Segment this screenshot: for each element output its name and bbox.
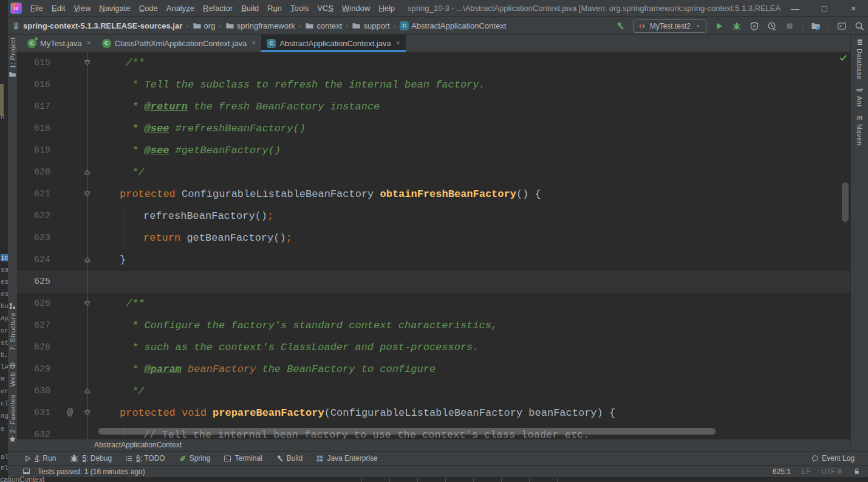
fold-marker-open[interactable]: [78, 52, 98, 74]
breadcrumb-item[interactable]: spring-context-5.1.3.RELEASE-sources.jar: [12, 21, 182, 30]
code-line[interactable]: 626/**: [17, 293, 850, 315]
code-text[interactable]: * @return the fresh BeanFactory instance: [98, 96, 850, 118]
editor-breadcrumb[interactable]: AbstractApplicationContext: [17, 439, 850, 451]
toolwindow-button-terminal[interactable]: Terminal: [224, 454, 262, 463]
maximize-button[interactable]: □: [810, 4, 839, 13]
code-editor[interactable]: 615/**616 * Tell the subclass to refresh…: [17, 52, 850, 451]
close-icon[interactable]: ×: [251, 39, 256, 47]
code-text[interactable]: */: [98, 380, 850, 402]
menu-view[interactable]: View: [69, 4, 95, 13]
menu-code[interactable]: Code: [135, 4, 162, 13]
toolwindow-button-spring[interactable]: Spring: [179, 454, 211, 463]
code-text[interactable]: return getBeanFactory();: [98, 227, 850, 249]
menu-file[interactable]: File: [26, 4, 47, 13]
read-only-lock-icon[interactable]: [853, 467, 861, 475]
code-text[interactable]: * @see #getBeanFactory(): [98, 140, 850, 162]
code-text[interactable]: * @param beanFactory the BeanFactory to …: [98, 359, 850, 380]
code-text[interactable]: * Configure the factory's standard conte…: [98, 315, 850, 337]
menu-run[interactable]: Run: [263, 4, 286, 13]
code-text[interactable]: protected void prepareBeanFactory(Config…: [98, 402, 850, 424]
minimize-button[interactable]: —: [781, 4, 810, 13]
code-line[interactable]: 620 */: [17, 162, 850, 184]
breadcrumb-item[interactable]: CAbstractApplicationContext: [400, 21, 506, 30]
code-text[interactable]: */: [98, 162, 850, 184]
menu-refactor[interactable]: Refactor: [199, 4, 237, 13]
code-line[interactable]: 627 * Configure the factory's standard c…: [17, 315, 850, 337]
run-with-coverage-button[interactable]: [750, 21, 759, 31]
menu-build[interactable]: Build: [237, 4, 263, 13]
toolwindow-button-4-run[interactable]: 4: Run: [24, 454, 56, 463]
menu-navigate[interactable]: Navigate: [95, 4, 134, 13]
encoding-indicator[interactable]: UTF-8: [821, 467, 842, 476]
code-text[interactable]: * @see #refreshBeanFactory(): [98, 118, 850, 140]
fold-marker-close[interactable]: [78, 249, 98, 271]
code-line[interactable]: 622refreshBeanFactory();: [17, 205, 850, 227]
menu-window[interactable]: Window: [338, 4, 374, 13]
code-line[interactable]: 623return getBeanFactory();: [17, 227, 850, 249]
horizontal-scrollbar[interactable]: [98, 428, 716, 435]
code-line[interactable]: 621protected ConfigurableListableBeanFac…: [17, 184, 850, 205]
code-text[interactable]: protected ConfigurableListableBeanFactor…: [98, 184, 850, 205]
fold-marker-close[interactable]: [78, 162, 98, 184]
tool-window-switcher-icon[interactable]: [22, 467, 30, 475]
code-text[interactable]: }: [98, 249, 850, 271]
project-structure-button[interactable]: [811, 21, 821, 31]
sidebar-item-maven[interactable]: mMaven: [851, 114, 868, 146]
toolwindow-button-5-debug[interactable]: 5: Debug: [69, 453, 112, 463]
vertical-scrollbar[interactable]: [842, 182, 849, 222]
toolwindow-button-build[interactable]: Build: [276, 454, 303, 463]
code-line[interactable]: 617 * @return the fresh BeanFactory inst…: [17, 96, 850, 118]
close-icon[interactable]: ×: [87, 39, 91, 47]
fold-marker-open[interactable]: [78, 293, 98, 315]
build-hammer-icon[interactable]: [615, 21, 625, 31]
run-anything-button[interactable]: [837, 21, 847, 31]
inspection-ok-icon[interactable]: [839, 53, 847, 62]
sidebar-item-7-structure[interactable]: 7: Structure: [8, 302, 17, 351]
menu-edit[interactable]: Edit: [47, 4, 69, 13]
code-line[interactable]: 631@protected void prepareBeanFactory(Co…: [17, 402, 850, 424]
fold-marker-open[interactable]: [78, 184, 98, 205]
editor-tab-abstractapplicationcontext-java[interactable]: CAbstractApplicationContext.java×: [261, 35, 406, 52]
menu-tools[interactable]: Tools: [286, 4, 313, 13]
sidebar-item-ant[interactable]: Ant: [851, 86, 868, 107]
menu-analyze[interactable]: Analyze: [162, 4, 199, 13]
fold-marker-close[interactable]: [78, 380, 98, 402]
code-text[interactable]: /**: [98, 52, 850, 74]
code-line[interactable]: 618 * @see #refreshBeanFactory(): [17, 118, 850, 140]
code-line[interactable]: 619 * @see #getBeanFactory(): [17, 140, 850, 162]
code-text[interactable]: [98, 271, 850, 293]
close-icon[interactable]: ×: [396, 39, 400, 47]
code-text[interactable]: refreshBeanFactory();: [98, 205, 850, 227]
sidebar-item-2-favorites[interactable]: 2: Favorites: [8, 394, 17, 443]
breadcrumb-item[interactable]: org: [193, 21, 216, 30]
sidebar-item-web[interactable]: Web: [8, 362, 17, 387]
code-text[interactable]: /**: [98, 293, 850, 315]
code-line[interactable]: 624}: [17, 249, 850, 271]
editor-tab-mytest-java[interactable]: CMyTest.java×: [22, 35, 97, 52]
stop-button[interactable]: [785, 21, 795, 31]
sidebar-item-database[interactable]: Database: [851, 38, 868, 80]
toolwindow-button-6-todo[interactable]: 6: TODO: [125, 454, 165, 463]
run-button[interactable]: [714, 21, 724, 31]
menu-vcs[interactable]: VCS: [313, 4, 338, 13]
code-line[interactable]: 630 */: [17, 380, 850, 402]
breadcrumb-item[interactable]: support: [352, 21, 389, 30]
run-configuration-select[interactable]: MyTest.test2: [633, 19, 706, 33]
code-line[interactable]: 629 * @param beanFactory the BeanFactory…: [17, 359, 850, 380]
breadcrumb-item[interactable]: context: [305, 21, 342, 30]
code-line[interactable]: 628 * such as the context's ClassLoader …: [17, 337, 850, 359]
menu-help[interactable]: Help: [374, 4, 399, 13]
close-button[interactable]: ×: [839, 4, 868, 13]
breadcrumb-item[interactable]: springframework: [225, 21, 295, 30]
code-text[interactable]: * Tell the subclass to refresh the inter…: [98, 74, 850, 96]
code-line[interactable]: 615/**: [17, 52, 850, 74]
toolwindow-button-java-enterprise[interactable]: Java Enterprise: [316, 454, 377, 463]
profiler-button[interactable]: [767, 21, 777, 31]
code-text[interactable]: * such as the context's ClassLoader and …: [98, 337, 850, 359]
fold-marker-open[interactable]: [78, 402, 98, 424]
code-line[interactable]: 625: [17, 271, 850, 293]
editor-tab-classpathxmlapplicationcontext-java[interactable]: CClassPathXmlApplicationContext.java×: [97, 35, 262, 52]
line-ending-indicator[interactable]: LF: [802, 467, 810, 476]
search-everywhere-button[interactable]: [855, 21, 864, 31]
sidebar-item-1-project[interactable]: 1: Project: [8, 37, 17, 78]
